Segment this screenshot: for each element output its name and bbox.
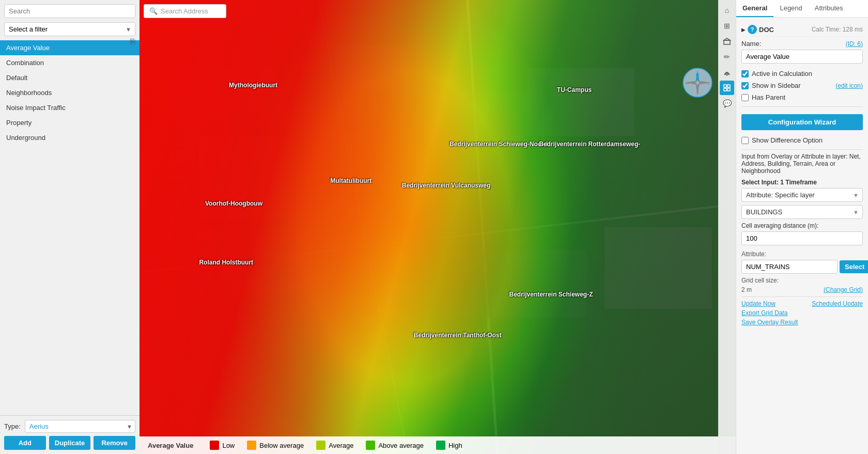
signal-tool-button[interactable]: [720, 65, 734, 80]
duplicate-button[interactable]: Duplicate: [49, 436, 91, 450]
has-parent-checkbox[interactable]: [741, 94, 749, 101]
tab-legend[interactable]: Legend: [773, 0, 808, 17]
home-tool-button[interactable]: ⌂: [720, 3, 734, 18]
show-in-sidebar-label: Show in Sidebar: [752, 82, 801, 89]
active-in-calc-checkbox[interactable]: [741, 70, 749, 77]
tab-general[interactable]: General: [736, 0, 773, 17]
divider-2: [741, 149, 863, 150]
svg-rect-26: [724, 88, 726, 91]
add-button[interactable]: Add: [4, 436, 46, 450]
remove-button[interactable]: Remove: [94, 436, 135, 450]
legend-label-below: Below average: [259, 442, 304, 449]
search-address-label: Search Address: [161, 7, 208, 15]
select-attribute-button[interactable]: Select: [840, 260, 868, 273]
filter-select[interactable]: Select a filter: [4, 22, 135, 36]
type-row: Type: Aerius ▼: [4, 420, 135, 433]
grid-cell-value-row: 2 m (Change Grid): [741, 286, 863, 293]
svg-rect-10: [438, 249, 587, 318]
show-diff-left: Show Difference Option: [741, 136, 823, 144]
select-input-label: Select Input: 1 Timeframe: [741, 179, 863, 186]
change-grid-link[interactable]: (Change Grid): [824, 286, 863, 293]
layer-item-neighborhoods[interactable]: Neighborhoods: [0, 85, 140, 100]
type-label: Type:: [4, 422, 21, 430]
show-in-sidebar-left: Show in Sidebar: [741, 82, 801, 89]
name-row: Name: (ID: 6): [741, 40, 863, 48]
attribute-row: Select: [741, 260, 863, 274]
calc-time: Calc Time: 128 ms: [812, 26, 863, 33]
layers-tool-button[interactable]: ⊞: [720, 19, 734, 33]
chat-tool-button[interactable]: 💬: [720, 96, 734, 111]
buildings-wrapper: BUILDINGS ▼: [741, 205, 863, 219]
legend-low: Low: [210, 441, 235, 450]
buildings-select[interactable]: BUILDINGS: [741, 205, 863, 219]
svg-rect-5: [199, 136, 288, 218]
legend-dot-above: [366, 441, 375, 450]
show-diff-checkbox[interactable]: [741, 137, 749, 144]
layer-item-combination[interactable]: Combination: [0, 55, 140, 70]
svg-rect-25: [727, 85, 730, 87]
map-background: Mythologiebuurt TU-Campus Bedrijventerre…: [140, 0, 736, 454]
grid-tool-button[interactable]: [720, 81, 734, 95]
legend-average: Average: [316, 441, 353, 450]
svg-rect-24: [724, 85, 726, 87]
svg-rect-11: [605, 227, 712, 309]
active-in-calc-left: Active in Calculation: [741, 70, 812, 77]
pencil-tool-button[interactable]: ✏: [720, 50, 734, 64]
layer-item-property[interactable]: Property: [0, 115, 140, 130]
attribute-input[interactable]: [741, 260, 838, 274]
legend-label-low: Low: [222, 442, 235, 449]
svg-rect-4: [169, 68, 277, 122]
active-in-calc-label: Active in Calculation: [752, 70, 812, 77]
input-info-text: Input from Overlay or Attribute in layer…: [741, 153, 863, 175]
layer-item-underground[interactable]: Underground: [0, 130, 140, 145]
left-panel: Select a filter ▼ ⎘ Average Value Combin…: [0, 0, 140, 454]
edit-icon-link[interactable]: (edit icon): [835, 82, 863, 89]
action-buttons: Add Duplicate Remove: [4, 436, 135, 450]
copy-button[interactable]: ⎘: [130, 37, 135, 46]
map-svg: [140, 0, 736, 454]
legend-above-average: Above average: [366, 441, 423, 450]
cell-avg-label: Cell averaging distance (m):: [741, 222, 863, 229]
active-in-calc-row: Active in Calculation: [741, 68, 863, 80]
legend-dot-high: [436, 441, 445, 450]
layer-item-default[interactable]: Default: [0, 70, 140, 85]
grid-icon: [723, 84, 731, 92]
tab-attributes[interactable]: Attributes: [809, 0, 849, 17]
attribute-specific-layer-select[interactable]: Attribute: Specific layer: [741, 188, 863, 202]
layer-item-noise-impact-traffic[interactable]: Noise Impact Traffic: [0, 100, 140, 115]
has-parent-left: Has Parent: [741, 93, 785, 101]
search-icon: 🔍: [149, 7, 158, 15]
search-input[interactable]: [4, 4, 135, 18]
layer-list: Average Value Combination Default Neighb…: [0, 40, 140, 415]
config-wizard-button[interactable]: Configuration Wizard: [741, 114, 863, 130]
map-area[interactable]: Mythologiebuurt TU-Campus Bedrijventerre…: [140, 0, 736, 454]
export-grid-link[interactable]: Export Grid Data: [741, 309, 787, 317]
legend-below-average: Below average: [247, 441, 304, 450]
search-address-box[interactable]: 🔍 Search Address: [144, 4, 226, 18]
show-in-sidebar-checkbox[interactable]: [741, 82, 749, 89]
name-input[interactable]: [741, 50, 863, 64]
doc-text: DOC: [759, 26, 774, 34]
legend-title: Average Value: [148, 442, 193, 449]
legend-label-average: Average: [329, 442, 353, 449]
attribute-specific-layer-wrapper: Attribute: Specific layer ▼: [741, 188, 863, 202]
layer-item-average-value[interactable]: Average Value: [0, 40, 140, 55]
update-now-link[interactable]: Update Now: [741, 300, 776, 307]
scheduled-update-link[interactable]: Scheduled Update: [812, 300, 863, 307]
type-select[interactable]: Aerius: [25, 420, 135, 433]
show-diff-row: Show Difference Option: [741, 134, 863, 146]
has-parent-label: Has Parent: [752, 93, 785, 101]
view3d-tool-button[interactable]: [720, 34, 734, 49]
cell-avg-input[interactable]: [741, 231, 863, 245]
filter-wrapper: Select a filter ▼: [4, 22, 135, 36]
doc-expand-arrow[interactable]: ▶: [741, 27, 746, 33]
divider-3: [741, 296, 863, 297]
doc-section: ▶ ? DOC Calc Time: 128 ms: [741, 23, 863, 37]
grid-cell-value: 2 m: [741, 286, 752, 293]
right-panel: General Legend Attributes ▶ ? DOC Calc T…: [736, 0, 868, 454]
map-side-toolbar: ⌂ ⊞ ✏: [718, 0, 736, 454]
name-id-link[interactable]: (ID: 6): [846, 40, 863, 48]
save-overlay-link[interactable]: Save Overlay Result: [741, 319, 798, 326]
export-row: Export Grid Data: [741, 309, 863, 317]
legend-dot-average: [316, 441, 326, 450]
